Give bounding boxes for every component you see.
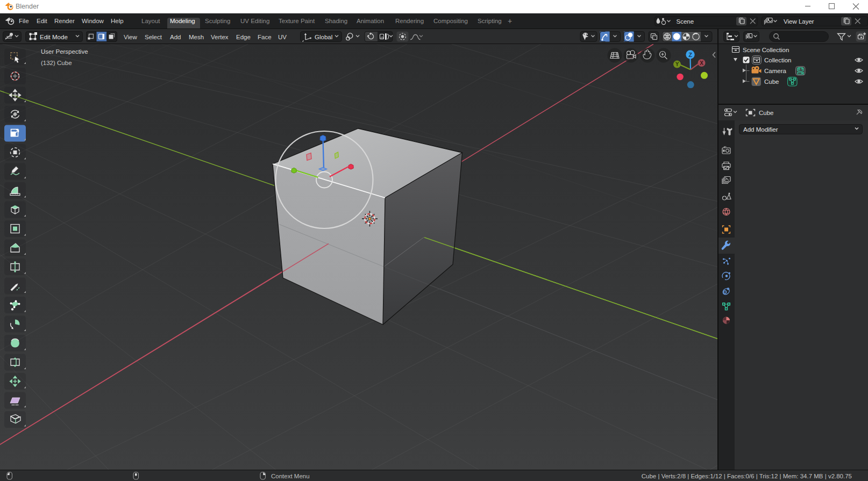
svg-text:Add Modifier: Add Modifier — [743, 126, 778, 133]
svg-text:Mesh: Mesh — [189, 34, 204, 40]
svg-text:(132) Cube: (132) Cube — [41, 60, 72, 66]
svg-text:UV: UV — [278, 34, 287, 40]
svg-text:Collection: Collection — [764, 57, 792, 63]
svg-text:X: X — [700, 60, 703, 66]
svg-text:Cube | Verts:2/8 | Edges:1/12: Cube | Verts:2/8 | Edges:1/12 | Faces:0/… — [642, 473, 852, 479]
svg-text:Add: Add — [170, 34, 181, 40]
svg-text:Edge: Edge — [236, 34, 251, 40]
svg-text:Scene: Scene — [677, 18, 694, 25]
svg-text:View Layer: View Layer — [784, 18, 814, 25]
svg-text:Context Menu: Context Menu — [271, 473, 310, 479]
svg-text:Global: Global — [315, 34, 332, 40]
svg-text:View: View — [124, 34, 137, 40]
svg-text:Z: Z — [688, 52, 692, 58]
svg-text:Edit Mode: Edit Mode — [40, 34, 68, 40]
svg-text:Vertex: Vertex — [211, 34, 229, 40]
svg-text:User Perspective: User Perspective — [41, 48, 88, 55]
svg-text:Select: Select — [145, 34, 162, 40]
svg-text:Cube: Cube — [764, 78, 779, 85]
svg-text:Y: Y — [675, 61, 679, 67]
svg-text:Face: Face — [258, 34, 272, 40]
svg-text:Cube: Cube — [759, 110, 774, 116]
svg-text:Camera: Camera — [764, 68, 787, 74]
svg-text:Scene Collection: Scene Collection — [743, 47, 789, 53]
